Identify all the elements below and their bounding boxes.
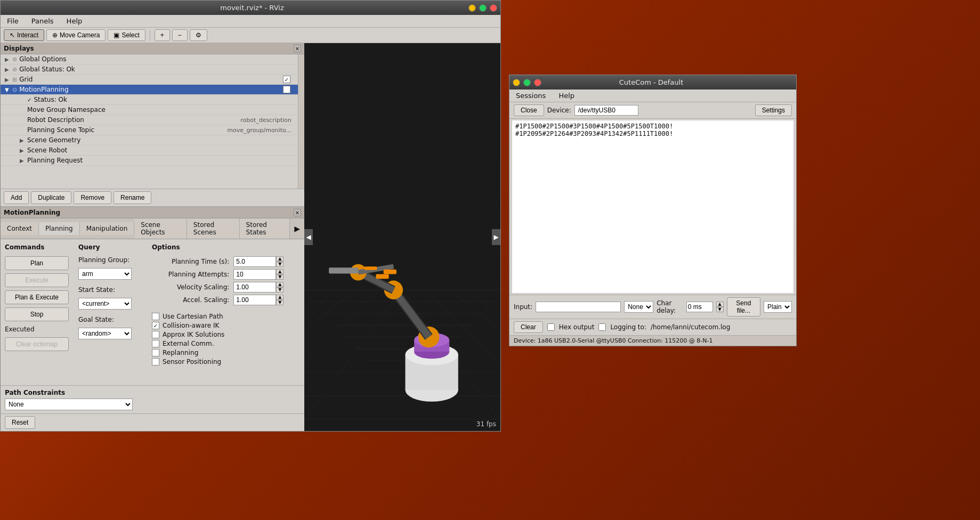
- planning-group-select[interactable]: arm: [78, 268, 132, 280]
- duplicate-btn[interactable]: Duplicate: [31, 191, 71, 204]
- svg-rect-34: [384, 270, 396, 274]
- collision-checkbox[interactable]: ✓: [152, 322, 159, 329]
- tab-more[interactable]: ▶: [290, 222, 304, 235]
- mp-close-btn[interactable]: ✕: [294, 209, 301, 216]
- replanning-checkbox[interactable]: [152, 349, 159, 356]
- sensor-checkbox[interactable]: [152, 358, 159, 365]
- display-item-planning-request[interactable]: ▶ Planning Request: [1, 156, 298, 166]
- tab-stored-scenes[interactable]: Stored Scenes: [187, 218, 240, 239]
- path-constraints-select[interactable]: None: [5, 399, 133, 410]
- display-item-namespace[interactable]: Move Group Namespace: [1, 105, 298, 115]
- mp-checkbox[interactable]: ✓: [283, 86, 290, 93]
- planning-time-up[interactable]: ▲: [276, 256, 284, 262]
- velocity-scaling-input[interactable]: [233, 282, 276, 292]
- char-delay-down[interactable]: ▼: [716, 307, 724, 312]
- display-item-planning-topic[interactable]: Planning Scene Topic move_group/monito..…: [1, 125, 298, 135]
- goal-state-select[interactable]: <random>: [78, 328, 132, 339]
- remove-btn[interactable]: Remove: [74, 191, 111, 204]
- external-checkbox[interactable]: [152, 340, 159, 347]
- select-button[interactable]: ▣ Select: [108, 29, 145, 41]
- displays-close-btn[interactable]: ✕: [294, 45, 301, 52]
- cutecom-minimize-btn[interactable]: [513, 79, 520, 86]
- planning-attempts-input[interactable]: [233, 269, 276, 280]
- displays-scrollbar[interactable]: [298, 54, 304, 189]
- planning-time-input[interactable]: [233, 256, 276, 267]
- velocity-scaling-up[interactable]: ▲: [276, 282, 284, 287]
- add-tool-btn[interactable]: +: [155, 29, 170, 41]
- tab-context[interactable]: Context: [1, 222, 39, 235]
- display-item-scene-robot[interactable]: ▶ Scene Robot: [1, 145, 298, 156]
- cutecom-title: CuteCom - Default: [541, 78, 761, 86]
- menu-file[interactable]: File: [5, 16, 21, 26]
- velocity-scaling-down[interactable]: ▼: [276, 287, 284, 292]
- display-item-motion-planning[interactable]: ▼ ⊙ MotionPlanning ✓: [1, 85, 298, 95]
- menu-help[interactable]: Help: [64, 16, 85, 26]
- tab-stored-states[interactable]: Stored States: [240, 218, 290, 239]
- planning-group-label: Planning Group:: [78, 256, 148, 264]
- add-btn[interactable]: Add: [4, 191, 29, 204]
- menu-help-cc[interactable]: Help: [556, 91, 577, 101]
- display-item-scene-geometry[interactable]: ▶ Scene Geometry: [1, 135, 298, 145]
- rviz-close-btn[interactable]: [490, 4, 497, 12]
- menu-sessions[interactable]: Sessions: [514, 91, 548, 101]
- display-item-global-options[interactable]: ▶ ⊛ Global Options: [1, 54, 298, 64]
- planning-group-row: arm: [78, 268, 148, 280]
- plan-execute-btn[interactable]: Plan & Execute: [5, 290, 69, 304]
- display-item-global-status[interactable]: ▶ ⊛ Global Status: Ok: [1, 64, 298, 75]
- accel-scaling-input[interactable]: [233, 295, 276, 305]
- tab-scene-objects[interactable]: Scene Objects: [134, 218, 187, 239]
- interact-button[interactable]: ↖ Interact: [4, 29, 44, 41]
- planning-attempts-up[interactable]: ▲: [276, 269, 284, 274]
- rename-btn[interactable]: Rename: [114, 191, 151, 204]
- viewport[interactable]: ◀ ▶ 31 fps: [304, 43, 500, 431]
- cc-none-select[interactable]: None: [624, 301, 653, 313]
- cc-log-checkbox[interactable]: [598, 323, 606, 331]
- planning-time-down[interactable]: ▼: [276, 262, 284, 267]
- char-delay-up[interactable]: ▲: [716, 302, 724, 307]
- display-item-robot-desc[interactable]: Robot Description robot_description: [1, 115, 298, 125]
- settings-tool-btn[interactable]: ⚙: [190, 29, 207, 41]
- viewport-right-arrow[interactable]: ▶: [492, 229, 500, 245]
- rviz-maximize-btn[interactable]: [479, 4, 487, 12]
- cc-plain-select[interactable]: Plain: [764, 301, 792, 313]
- viewport-left-arrow[interactable]: ◀: [304, 229, 313, 245]
- cutecom-close-btn[interactable]: [534, 79, 541, 86]
- cutecom-status: Device: 1a86 USB2.0-Serial @ttyUSB0 Conn…: [509, 335, 796, 346]
- display-item-grid[interactable]: ▶ ⊞ Grid ✓: [1, 75, 298, 85]
- cutecom-maximize-btn[interactable]: [523, 79, 531, 86]
- cc-hex-checkbox[interactable]: [547, 323, 555, 331]
- grid-checkbox[interactable]: ✓: [283, 76, 290, 83]
- output-line-1: #1P1500#2P1500#3P1500#4P1500#5P1500T1000…: [515, 123, 790, 130]
- tab-planning[interactable]: Planning: [39, 222, 80, 235]
- plan-btn[interactable]: Plan: [5, 256, 69, 270]
- clear-octomap-btn[interactable]: Clear octomap: [5, 337, 69, 351]
- display-item-status[interactable]: ✓ Status: Ok: [1, 95, 298, 105]
- accel-scaling-down[interactable]: ▼: [276, 300, 284, 305]
- cc-clear-btn[interactable]: Clear: [514, 321, 543, 333]
- planning-attempts-down[interactable]: ▼: [276, 274, 284, 280]
- cc-settings-btn[interactable]: Settings: [755, 104, 792, 116]
- cc-input[interactable]: [536, 302, 621, 312]
- checkbox-cartesian: Use Cartesian Path: [152, 313, 300, 320]
- remove-tool-btn[interactable]: −: [172, 29, 188, 41]
- accel-scaling-up[interactable]: ▲: [276, 295, 284, 300]
- path-constraints-label: Path Constraints: [5, 389, 300, 396]
- cc-close-btn[interactable]: Close: [514, 104, 544, 116]
- cc-send-file-btn[interactable]: Send file...: [727, 297, 760, 316]
- start-state-select[interactable]: <current>: [78, 298, 132, 310]
- stop-btn[interactable]: Stop: [5, 307, 69, 321]
- mp-check-col: ✓: [279, 86, 295, 93]
- cutecom-output: #1P1500#2P1500#3P1500#4P1500#5P1500T1000…: [512, 120, 794, 294]
- cc-device-input[interactable]: [574, 105, 638, 116]
- tab-manipulation[interactable]: Manipulation: [80, 222, 135, 235]
- menu-panels[interactable]: Panels: [29, 16, 56, 26]
- rviz-minimize-btn[interactable]: [468, 4, 476, 12]
- cartesian-checkbox[interactable]: [152, 313, 159, 320]
- motion-planning-panel: MotionPlanning ✕ Context Planning Manipu…: [1, 207, 304, 431]
- execute-btn[interactable]: Execute: [5, 273, 69, 287]
- mp-tabs: Context Planning Manipulation Scene Obje…: [1, 218, 304, 239]
- cc-char-delay-input[interactable]: [686, 302, 713, 312]
- move-camera-button[interactable]: ⊕ Move Camera: [46, 29, 106, 41]
- approx-checkbox[interactable]: [152, 331, 159, 338]
- reset-btn[interactable]: Reset: [5, 416, 35, 429]
